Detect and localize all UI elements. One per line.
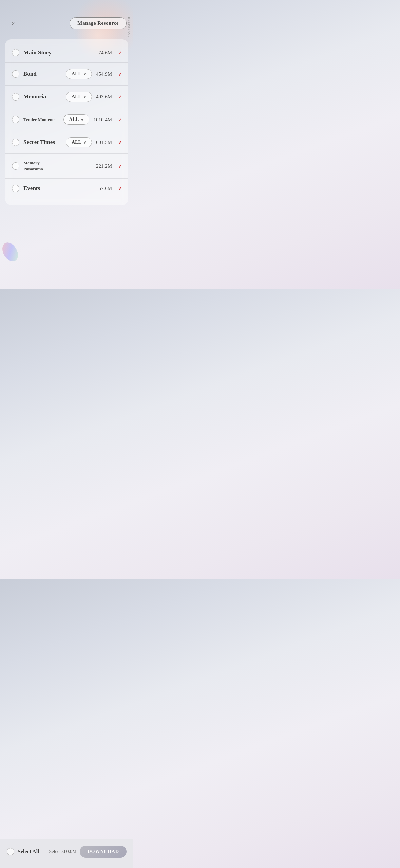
dropdown-tender-moments-label: ALL (69, 117, 79, 122)
label-events: Events (23, 185, 94, 192)
expand-tender-moments[interactable]: ∨ (118, 117, 121, 123)
size-bond: 454.9M (96, 71, 112, 77)
dropdown-bond-label: ALL (72, 71, 81, 77)
deepspace-label: DEEPSPACE (128, 17, 131, 38)
label-memoria: Memoria (23, 93, 62, 100)
prism-decoration (0, 240, 21, 264)
radio-memory-panorama[interactable] (12, 162, 19, 170)
expand-events[interactable]: ∨ (118, 186, 121, 192)
resource-row-tender-moments: Tender Moments ALL ∨ 1010.4M ∨ (5, 108, 128, 131)
chevron-down-icon: ∨ (81, 117, 83, 122)
resource-row-events: Events 57.6M ∨ (5, 179, 128, 198)
manage-resource-button[interactable]: Manage Resource (70, 17, 127, 29)
radio-tender-moments[interactable] (12, 116, 19, 123)
label-secret-times: Secret Times (23, 139, 62, 146)
radio-bond[interactable] (12, 70, 19, 78)
label-main-story: Main Story (23, 49, 94, 56)
chevron-down-icon: ∨ (83, 95, 86, 99)
label-bond: Bond (23, 71, 62, 77)
dropdown-secret-times[interactable]: ALL ∨ (66, 137, 92, 147)
resource-panel: Main Story 74.6M ∨ Bond ALL ∨ 454.9M ∨ M… (5, 39, 128, 205)
dropdown-secret-times-label: ALL (72, 140, 81, 145)
radio-memoria[interactable] (12, 93, 19, 101)
resource-row-main-story: Main Story 74.6M ∨ (5, 43, 128, 63)
radio-secret-times[interactable] (12, 139, 19, 146)
size-events: 57.6M (98, 186, 112, 192)
dropdown-memoria[interactable]: ALL ∨ (66, 92, 92, 102)
size-memoria: 493.6M (96, 94, 112, 100)
label-memory-panorama: MemoryPanorama (23, 160, 92, 172)
size-memory-panorama: 221.2M (96, 163, 112, 169)
back-icon: ‹‹ (11, 19, 15, 28)
dropdown-bond[interactable]: ALL ∨ (66, 69, 92, 79)
radio-events[interactable] (12, 185, 19, 192)
expand-secret-times[interactable]: ∨ (118, 140, 121, 145)
expand-bond[interactable]: ∨ (118, 71, 121, 77)
label-tender-moments: Tender Moments (23, 116, 59, 123)
resource-row-secret-times: Secret Times ALL ∨ 601.5M ∨ (5, 131, 128, 154)
chevron-down-icon: ∨ (83, 72, 86, 76)
size-secret-times: 601.5M (96, 140, 112, 145)
chevron-down-icon: ∨ (83, 140, 86, 145)
expand-main-story[interactable]: ∨ (118, 50, 121, 56)
expand-memoria[interactable]: ∨ (118, 94, 121, 100)
size-tender-moments: 1010.4M (93, 117, 112, 123)
size-main-story: 74.6M (98, 50, 112, 56)
radio-main-story[interactable] (12, 49, 19, 56)
expand-memory-panorama[interactable]: ∨ (118, 163, 121, 169)
dropdown-tender-moments[interactable]: ALL ∨ (63, 114, 90, 125)
resource-row-bond: Bond ALL ∨ 454.9M ∨ (5, 63, 128, 86)
back-button[interactable]: ‹‹ (7, 17, 19, 29)
resource-row-memory-panorama: MemoryPanorama 221.2M ∨ (5, 154, 128, 179)
resource-row-memoria: Memoria ALL ∨ 493.6M ∨ (5, 86, 128, 108)
dropdown-memoria-label: ALL (72, 94, 81, 100)
header: ‹‹ Manage Resource DEEPSPACE (0, 0, 133, 36)
